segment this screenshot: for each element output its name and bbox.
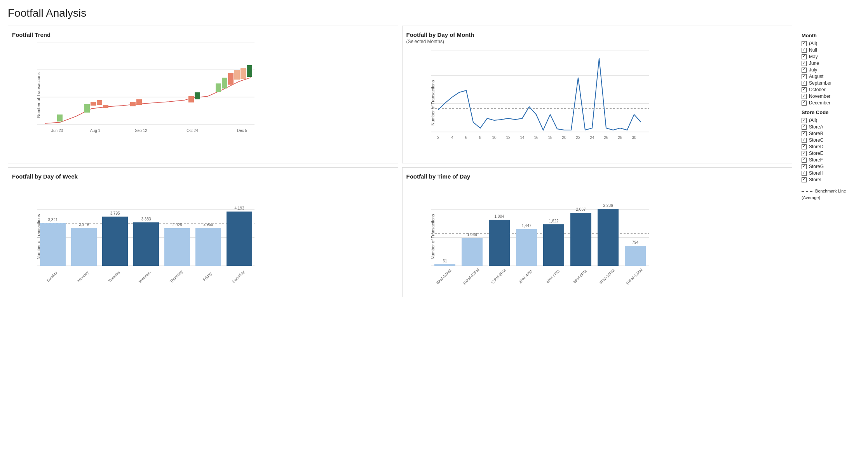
month-filter-item[interactable]: October (802, 87, 855, 92)
svg-text:2,955: 2,955 (203, 222, 213, 227)
store-filter-item[interactable]: StoreC (802, 137, 855, 143)
month-filter-item[interactable]: December (802, 100, 855, 106)
svg-text:8PM-10PM: 8PM-10PM (598, 268, 615, 285)
checkbox-icon (802, 164, 807, 169)
svg-text:Dec 5: Dec 5 (237, 128, 248, 133)
month-filter-item[interactable]: Null (802, 47, 855, 53)
month-filter-item[interactable]: July (802, 67, 855, 73)
store-filter-item[interactable]: StoreF (802, 157, 855, 163)
month-label: December (809, 100, 830, 106)
month-filter-item[interactable]: June (802, 61, 855, 66)
svg-text:Saturday: Saturday (231, 269, 245, 283)
svg-text:20: 20 (562, 135, 566, 140)
svg-rect-99 (598, 209, 619, 266)
tod-y-label: Number of Transactions (431, 214, 435, 260)
checkbox-icon (802, 68, 807, 73)
svg-rect-9 (91, 102, 96, 106)
store-filter-item[interactable]: StoreE (802, 151, 855, 156)
month-filter-item[interactable]: (All) (802, 41, 855, 46)
svg-text:6PM-8PM: 6PM-8PM (572, 269, 587, 284)
svg-rect-93 (516, 229, 537, 266)
day-of-month-chart-panel: Footfall by Day of Month (Selected Month… (402, 26, 793, 163)
month-label: May (809, 54, 818, 59)
month-filter-item[interactable]: May (802, 54, 855, 59)
svg-text:26: 26 (604, 135, 608, 140)
svg-text:24: 24 (590, 135, 594, 140)
svg-rect-97 (570, 213, 591, 266)
checkbox-icon (802, 54, 807, 59)
svg-text:18: 18 (548, 135, 553, 140)
svg-rect-59 (40, 223, 66, 266)
benchmark-note-text: (Average) (802, 195, 820, 200)
month-label: August (809, 74, 823, 79)
svg-rect-12 (130, 102, 136, 106)
store-filter-item[interactable]: StoreB (802, 131, 855, 136)
month-label: Null (809, 47, 817, 53)
store-label: StoreE (809, 151, 823, 156)
svg-text:10PM-12AM: 10PM-12AM (625, 267, 643, 286)
trend-chart-svg: 0 10,000 20,000 (37, 39, 262, 151)
svg-text:Thursday: Thursday (169, 269, 183, 284)
store-label: StoreI (809, 177, 821, 182)
time-of-day-title: Footfall by Time of Day (406, 173, 788, 180)
store-label: StoreC (809, 137, 823, 143)
svg-text:12PM-2PM: 12PM-2PM (490, 268, 506, 285)
svg-rect-89 (462, 238, 483, 266)
svg-text:Jun 20: Jun 20 (51, 128, 63, 133)
trend-y-label: Number of Transactions (36, 73, 41, 118)
svg-rect-15 (195, 92, 200, 99)
checkbox-icon (802, 171, 807, 176)
svg-rect-95 (543, 224, 564, 266)
svg-text:10AM-12PM: 10AM-12PM (462, 267, 480, 286)
svg-text:4,193: 4,193 (234, 206, 244, 210)
svg-text:Friday: Friday (202, 271, 213, 282)
svg-rect-19 (234, 70, 240, 80)
dom-y-label: Number of Transactions (431, 80, 435, 126)
svg-rect-16 (216, 83, 221, 92)
checkbox-icon (802, 48, 807, 53)
svg-text:Sep 12: Sep 12 (135, 128, 147, 133)
svg-text:2,949: 2,949 (79, 222, 89, 227)
checkbox-icon (802, 94, 807, 99)
svg-rect-14 (188, 96, 194, 102)
store-label: StoreA (809, 124, 823, 130)
checkbox-icon (802, 158, 807, 163)
store-label: StoreH (809, 170, 823, 176)
svg-text:Aug 1: Aug 1 (90, 128, 101, 133)
benchmark-note: Benchmark Line (Average) (802, 188, 855, 201)
month-filter-item[interactable]: August (802, 74, 855, 79)
benchmark-label: Benchmark Line (815, 189, 846, 193)
month-filter-item[interactable]: September (802, 80, 855, 86)
svg-rect-11 (103, 105, 108, 108)
svg-text:3,321: 3,321 (48, 218, 58, 222)
store-label: StoreB (809, 131, 823, 136)
svg-text:2: 2 (437, 135, 439, 140)
svg-rect-7 (57, 114, 63, 121)
checkbox-icon (802, 177, 807, 182)
svg-text:Wednes..: Wednes.. (138, 269, 153, 284)
svg-rect-65 (133, 222, 159, 266)
month-label: September (809, 80, 832, 86)
trend-chart-title: Footfall Trend (12, 31, 394, 38)
svg-text:Tuesday: Tuesday (107, 270, 121, 283)
month-filter-title: Month (802, 33, 855, 38)
svg-text:8: 8 (479, 135, 481, 140)
checkbox-icon (802, 81, 807, 86)
checkbox-icon (802, 41, 807, 46)
svg-rect-91 (489, 220, 510, 266)
store-filter-item[interactable]: (All) (802, 118, 855, 123)
store-label: StoreF (809, 157, 823, 163)
svg-text:3,383: 3,383 (141, 217, 151, 221)
trend-chart-panel: Footfall Trend Number of Transactions 0 … (8, 26, 398, 163)
store-filter-item[interactable]: StoreD (802, 144, 855, 149)
store-filter-item[interactable]: StoreH (802, 170, 855, 176)
svg-rect-71 (227, 212, 252, 266)
month-filter-item[interactable]: November (802, 94, 855, 99)
checkbox-icon (802, 87, 807, 92)
svg-rect-101 (625, 246, 646, 266)
store-filter-item[interactable]: StoreG (802, 164, 855, 169)
sidebar: Month (All)NullMayJuneJulyAugustSeptembe… (796, 26, 860, 297)
checkbox-icon (802, 144, 807, 149)
store-filter-item[interactable]: StoreI (802, 177, 855, 182)
store-filter-item[interactable]: StoreA (802, 124, 855, 130)
